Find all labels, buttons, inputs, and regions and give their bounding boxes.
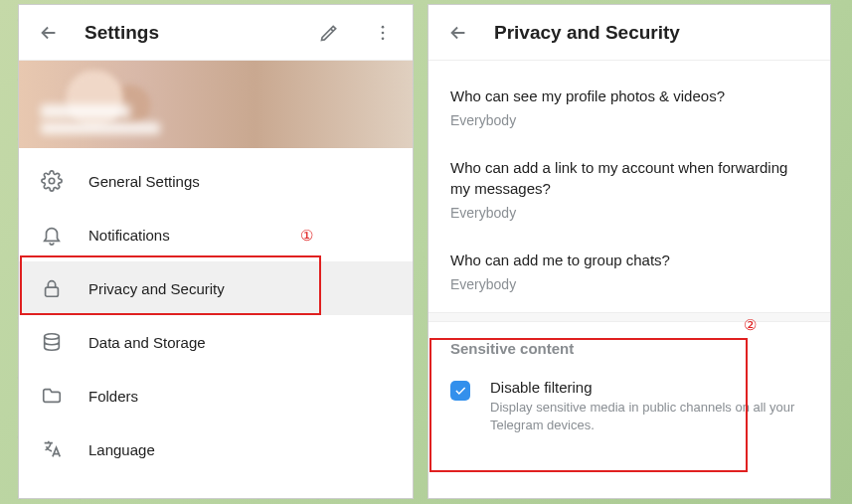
privacy-row-photos[interactable]: Who can see my profile photos & videos? …: [450, 73, 808, 144]
sidebar-item-label: Data and Storage: [88, 334, 206, 351]
sidebar-item-label: Notifications: [88, 227, 170, 244]
sidebar-item-language[interactable]: Language: [19, 422, 413, 476]
profile-name-blur: [41, 104, 130, 118]
database-icon: [41, 331, 63, 353]
svg-point-3: [49, 178, 55, 184]
settings-panel: Settings General Settings Notifications: [18, 4, 414, 499]
privacy-row-groups[interactable]: Who can add me to group chats? Everybody: [450, 237, 808, 308]
privacy-header: Privacy and Security: [428, 5, 830, 61]
privacy-panel: Privacy and Security Who can see my prof…: [427, 4, 831, 499]
sidebar-item-label: Folders: [88, 388, 138, 405]
privacy-row-forward[interactable]: Who can add a link to my account when fo…: [450, 144, 808, 237]
settings-title: Settings: [85, 22, 293, 44]
profile-subtitle-blur: [41, 122, 160, 134]
disable-filtering-text: Disable filtering Display sensitive medi…: [490, 379, 808, 433]
bell-icon: [41, 224, 63, 246]
svg-rect-4: [46, 287, 59, 296]
privacy-question: Who can see my profile photos & videos?: [450, 86, 808, 106]
more-vertical-icon: [373, 23, 393, 43]
sidebar-item-privacy[interactable]: Privacy and Security: [19, 261, 413, 315]
sidebar-item-label: Privacy and Security: [88, 280, 225, 297]
profile-banner[interactable]: [19, 61, 413, 148]
privacy-question: Who can add me to group chats?: [450, 251, 808, 270]
privacy-value: Everybody: [450, 112, 808, 128]
pencil-icon: [319, 23, 339, 43]
sidebar-item-data[interactable]: Data and Storage: [19, 315, 413, 369]
sidebar-item-general[interactable]: General Settings: [19, 154, 413, 208]
settings-list: General Settings Notifications Privacy a…: [19, 148, 413, 476]
settings-header: Settings: [19, 5, 413, 61]
sidebar-item-label: Language: [88, 441, 155, 458]
back-button[interactable]: [440, 15, 476, 51]
language-icon: [41, 438, 63, 460]
privacy-title: Privacy and Security: [494, 22, 818, 44]
folder-icon: [41, 385, 63, 407]
svg-point-5: [45, 334, 60, 340]
privacy-question: Who can add a link to my account when fo…: [450, 158, 808, 199]
svg-point-1: [382, 31, 385, 34]
disable-filtering-row[interactable]: Disable filtering Display sensitive medi…: [450, 369, 808, 453]
lock-icon: [41, 277, 63, 299]
sidebar-item-notifications[interactable]: Notifications: [19, 208, 413, 261]
disable-filtering-title: Disable filtering: [490, 379, 808, 396]
sidebar-item-folders[interactable]: Folders: [19, 369, 413, 422]
privacy-value: Everybody: [450, 276, 808, 292]
disable-filtering-checkbox[interactable]: [450, 381, 470, 401]
privacy-body: Who can see my profile photos & videos? …: [428, 61, 830, 453]
disable-filtering-desc: Display sensitive media in public channe…: [490, 399, 808, 433]
check-icon: [453, 384, 467, 398]
sidebar-item-label: General Settings: [88, 173, 200, 190]
privacy-value: Everybody: [450, 205, 808, 221]
arrow-left-icon: [447, 22, 469, 44]
sensitive-section-title: Sensitive content: [450, 322, 808, 369]
gear-icon: [41, 170, 63, 192]
edit-button[interactable]: [311, 15, 347, 51]
svg-point-0: [382, 25, 385, 28]
svg-point-2: [382, 37, 385, 40]
back-button[interactable]: [31, 15, 67, 51]
more-button[interactable]: [365, 15, 401, 51]
arrow-left-icon: [38, 22, 60, 44]
section-divider: [428, 312, 830, 322]
